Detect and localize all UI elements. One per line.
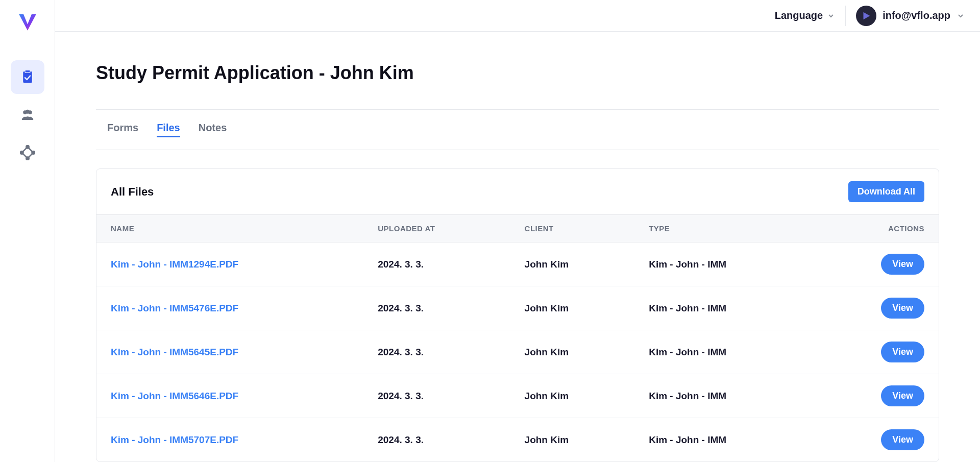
download-all-button[interactable]: Download All — [848, 181, 924, 202]
client-cell: John Kim — [510, 330, 635, 374]
client-cell: John Kim — [510, 418, 635, 462]
col-header-client: CLIENT — [510, 215, 635, 242]
sidebar-item-applications[interactable] — [11, 60, 44, 94]
svg-point-7 — [26, 157, 29, 160]
type-cell: Kim - John - IMM — [634, 374, 816, 418]
people-icon — [19, 106, 36, 124]
logo-icon — [16, 11, 39, 33]
avatar — [856, 6, 876, 26]
svg-point-6 — [32, 151, 35, 154]
uploaded-at-cell: 2024. 3. 3. — [363, 330, 510, 374]
view-button[interactable]: View — [881, 385, 924, 406]
col-header-uploaded-at: UPLOADED AT — [363, 215, 510, 242]
uploaded-at-cell: 2024. 3. 3. — [363, 286, 510, 330]
type-cell: Kim - John - IMM — [634, 418, 816, 462]
tabs: FormsFilesNotes — [96, 109, 939, 150]
svg-point-8 — [20, 151, 23, 154]
file-name-link[interactable]: Kim - John - IMM5707E.PDF — [111, 434, 238, 445]
col-header-type: TYPE — [634, 215, 816, 242]
files-card: All Files Download All NAME UPLOADED AT … — [96, 168, 939, 462]
svg-rect-1 — [25, 70, 30, 72]
file-name-link[interactable]: Kim - John - IMM1294E.PDF — [111, 259, 238, 270]
col-header-actions: ACTIONS — [816, 215, 939, 242]
language-selector[interactable]: Language — [775, 10, 835, 21]
clipboard-check-icon — [19, 68, 36, 86]
svg-marker-9 — [864, 12, 870, 19]
svg-rect-0 — [23, 71, 32, 83]
type-cell: Kim - John - IMM — [634, 242, 816, 286]
svg-point-4 — [26, 110, 30, 114]
client-cell: John Kim — [510, 242, 635, 286]
type-cell: Kim - John - IMM — [634, 330, 816, 374]
user-email: info@vflo.app — [883, 10, 950, 21]
page-content: Study Permit Application - John Kim Form… — [55, 32, 980, 462]
uploaded-at-cell: 2024. 3. 3. — [363, 242, 510, 286]
play-icon — [861, 10, 872, 21]
table-row: Kim - John - IMM5707E.PDF2024. 3. 3.John… — [96, 418, 939, 462]
files-card-header: All Files Download All — [96, 169, 939, 214]
file-name-link[interactable]: Kim - John - IMM5645E.PDF — [111, 347, 238, 357]
client-cell: John Kim — [510, 286, 635, 330]
type-cell: Kim - John - IMM — [634, 286, 816, 330]
page-title: Study Permit Application - John Kim — [96, 62, 939, 84]
language-label: Language — [775, 10, 823, 21]
file-name-link[interactable]: Kim - John - IMM5646E.PDF — [111, 391, 238, 401]
table-row: Kim - John - IMM5476E.PDF2024. 3. 3.John… — [96, 286, 939, 330]
svg-point-5 — [26, 145, 29, 149]
tab-forms[interactable]: Forms — [107, 122, 138, 137]
sidebar-item-connections[interactable] — [11, 136, 44, 169]
diamond-nodes-icon — [19, 144, 36, 161]
sidebar-item-people[interactable] — [11, 98, 44, 132]
tab-files[interactable]: Files — [157, 122, 180, 137]
user-menu[interactable]: info@vflo.app — [856, 6, 965, 26]
view-button[interactable]: View — [881, 342, 924, 362]
files-card-title: All Files — [111, 185, 154, 199]
uploaded-at-cell: 2024. 3. 3. — [363, 418, 510, 462]
col-header-name: NAME — [96, 215, 363, 242]
view-button[interactable]: View — [881, 254, 924, 275]
files-table: NAME UPLOADED AT CLIENT TYPE ACTIONS Kim… — [96, 214, 939, 461]
table-row: Kim - John - IMM5645E.PDF2024. 3. 3.John… — [96, 330, 939, 374]
uploaded-at-cell: 2024. 3. 3. — [363, 374, 510, 418]
view-button[interactable]: View — [881, 298, 924, 319]
table-row: Kim - John - IMM1294E.PDF2024. 3. 3.John… — [96, 242, 939, 286]
app-logo[interactable] — [15, 9, 40, 35]
chevron-down-icon — [957, 12, 965, 20]
topbar-divider — [845, 6, 846, 26]
client-cell: John Kim — [510, 374, 635, 418]
topbar: Language info@vflo.app — [55, 0, 980, 32]
chevron-down-icon — [827, 12, 835, 20]
sidebar — [0, 0, 55, 462]
view-button[interactable]: View — [881, 429, 924, 450]
file-name-link[interactable]: Kim - John - IMM5476E.PDF — [111, 303, 238, 313]
tab-notes[interactable]: Notes — [199, 122, 227, 137]
table-row: Kim - John - IMM5646E.PDF2024. 3. 3.John… — [96, 374, 939, 418]
